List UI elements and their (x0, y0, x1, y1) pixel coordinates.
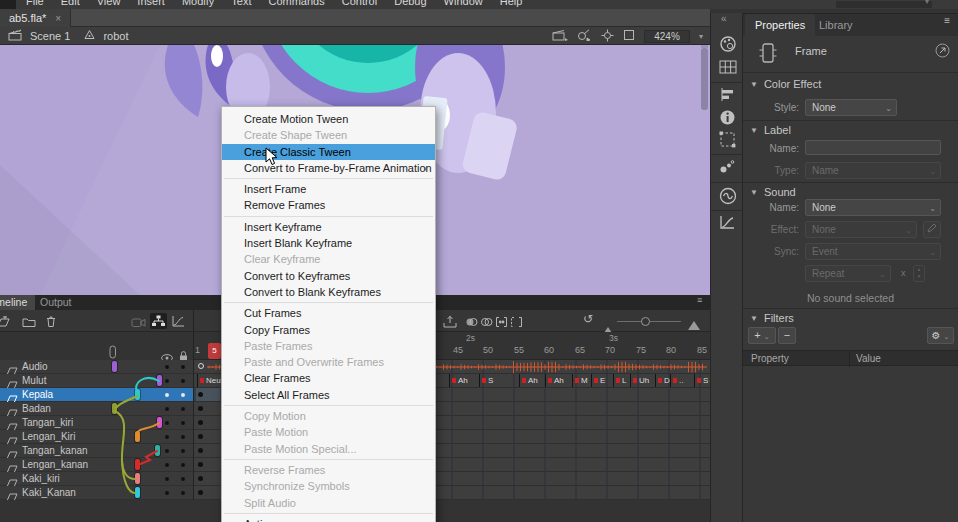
menu-edit[interactable]: Edit (61, 0, 80, 9)
lock-dot[interactable] (181, 379, 185, 383)
visibility-dot[interactable] (165, 435, 169, 439)
menu-item-synchronize-symbols[interactable]: Synchronize Symbols (222, 478, 435, 494)
panel-menu-icon[interactable]: ≡ (944, 18, 950, 23)
visibility-dot[interactable] (165, 491, 169, 495)
menu-item-paste-frames[interactable]: Paste Frames (222, 338, 435, 354)
visibility-dot[interactable] (165, 407, 169, 411)
new-layer-button[interactable] (0, 314, 11, 332)
menu-item-convert-to-blank-keyframes[interactable]: Convert to Blank Keyframes (222, 284, 435, 300)
menu-item-insert-blank-keyframe[interactable]: Insert Blank Keyframe (222, 235, 435, 251)
menu-file[interactable]: File (26, 0, 44, 9)
menu-item-remove-frames[interactable]: Remove Frames (222, 197, 435, 213)
center-stage-button[interactable] (601, 29, 614, 44)
workspace-switcher[interactable]: ▾ (836, 1, 932, 8)
onion-skin-outline-button[interactable] (480, 314, 493, 332)
lock-dot[interactable] (181, 491, 185, 495)
menu-item-select-all-frames[interactable]: Select All Frames (222, 387, 435, 403)
style-select[interactable]: None⌄ (805, 99, 897, 116)
export-timeline-button[interactable] (443, 314, 457, 332)
brush-library-panel-icon[interactable] (719, 159, 737, 177)
parent-chip[interactable] (112, 361, 117, 372)
layer-row-tangan-kanan[interactable]: Tangan_kanan (0, 444, 193, 458)
menu-item-convert-to-frame-by-frame-animation[interactable]: Convert to Frame-by-Frame Animation› (222, 160, 435, 176)
menu-item-insert-keyframe[interactable]: Insert Keyframe (222, 219, 435, 235)
cc-libraries-panel-icon[interactable] (719, 187, 737, 205)
menu-item-paste-motion-special[interactable]: Paste Motion Special... (222, 441, 435, 457)
parent-chip[interactable] (135, 459, 140, 470)
layer-row-kaki-kanan[interactable]: Kaki_Kanan (0, 486, 193, 500)
menu-insert[interactable]: Insert (137, 0, 165, 9)
edit-symbols-button[interactable] (577, 29, 592, 43)
menu-modify[interactable]: Modify (182, 0, 214, 9)
layer-row-kepala[interactable]: Kepala (0, 388, 193, 402)
remove-filter-button[interactable]: − (778, 327, 796, 344)
menu-item-paste-motion[interactable]: Paste Motion (222, 424, 435, 440)
collapse-dock-icon[interactable]: « (721, 13, 727, 24)
section-sound[interactable]: ▼Sound (750, 186, 796, 198)
menu-commands[interactable]: Commands (268, 0, 324, 9)
tab-timeline[interactable]: Timeline (0, 295, 35, 310)
visibility-dot[interactable] (165, 421, 169, 425)
parent-chip[interactable] (157, 375, 162, 386)
layer-row-badan[interactable]: Badan (0, 402, 193, 416)
menu-item-convert-to-keyframes[interactable]: Convert to Keyframes (222, 268, 435, 284)
visibility-dot[interactable] (165, 477, 169, 481)
loop-playback-button[interactable]: ↺ (583, 312, 593, 326)
show-tween-graphs-button[interactable] (171, 314, 185, 332)
layer-row-mulut[interactable]: Mulut (0, 374, 193, 388)
menu-control[interactable]: Control (342, 0, 377, 9)
zoom-level-select[interactable]: 424% (644, 30, 690, 43)
frame-size-slider-knob[interactable] (641, 317, 650, 326)
color-panel-icon[interactable] (719, 35, 737, 53)
menu-item-clear-keyframe[interactable]: Clear Keyframe (222, 251, 435, 267)
align-panel-icon[interactable] (719, 87, 737, 105)
menu-item-paste-and-overwrite-frames[interactable]: Paste and Overwrite Frames (222, 354, 435, 370)
new-folder-button[interactable] (22, 314, 36, 332)
parent-chip[interactable] (135, 473, 140, 484)
parent-chip[interactable] (112, 403, 117, 414)
edit-multiple-frames-button[interactable] (495, 314, 508, 332)
menu-debug[interactable]: Debug (394, 0, 426, 9)
parent-chip[interactable] (135, 431, 140, 442)
layer-row-kaki-kiri[interactable]: Kaki_kiri (0, 472, 193, 486)
stage-vertical-scrollbar[interactable] (701, 48, 708, 110)
camera-button[interactable] (131, 314, 146, 332)
swatches-panel-icon[interactable] (719, 60, 737, 78)
visibility-dot[interactable] (165, 463, 169, 467)
sound-name-select[interactable]: None⌄ (805, 199, 941, 216)
visibility-dot[interactable] (165, 365, 169, 369)
lock-dot[interactable] (181, 449, 185, 453)
live-preview-icon[interactable] (935, 43, 950, 60)
section-filters[interactable]: ▼Filters (750, 312, 794, 324)
menu-window[interactable]: Window (444, 0, 483, 9)
lock-dot[interactable] (181, 421, 185, 425)
info-panel-icon[interactable] (719, 109, 737, 127)
parent-chip[interactable] (155, 445, 160, 456)
section-color-effect[interactable]: ▼Color Effect (750, 78, 821, 90)
add-filter-button[interactable]: + ⌄ (748, 327, 776, 344)
lock-dot[interactable] (181, 463, 185, 467)
layer-row-audio[interactable]: Audio (0, 360, 193, 374)
menu-help[interactable]: Help (500, 0, 523, 9)
lock-dot[interactable] (181, 435, 185, 439)
layer-row-tangan-kiri[interactable]: Tangan_kiri (0, 416, 193, 430)
tab-library[interactable]: Library (809, 14, 863, 36)
tab-output[interactable]: Output (40, 295, 72, 310)
breadcrumb-scene[interactable]: Scene 1 (30, 30, 70, 42)
menu-item-insert-frame[interactable]: Insert Frame (222, 181, 435, 197)
menu-item-clear-frames[interactable]: Clear Frames (222, 370, 435, 386)
playhead[interactable]: 5 (208, 343, 221, 359)
menu-item-copy-motion[interactable]: Copy Motion (222, 408, 435, 424)
menu-view[interactable]: View (97, 0, 121, 9)
breadcrumb-symbol[interactable]: robot (103, 30, 128, 42)
visibility-dot[interactable] (165, 393, 169, 397)
label-name-input[interactable] (805, 140, 941, 155)
lock-dot[interactable] (181, 393, 185, 397)
lock-dot[interactable] (181, 407, 185, 411)
modify-markers-button[interactable] (510, 314, 523, 332)
menu-item-create-motion-tween[interactable]: Create Motion Tween (222, 111, 435, 127)
clip-content-button[interactable] (623, 29, 635, 43)
layer-parenting-toggle[interactable] (150, 313, 167, 329)
delete-layer-button[interactable] (45, 314, 57, 332)
close-tab-icon[interactable]: × (55, 13, 61, 24)
